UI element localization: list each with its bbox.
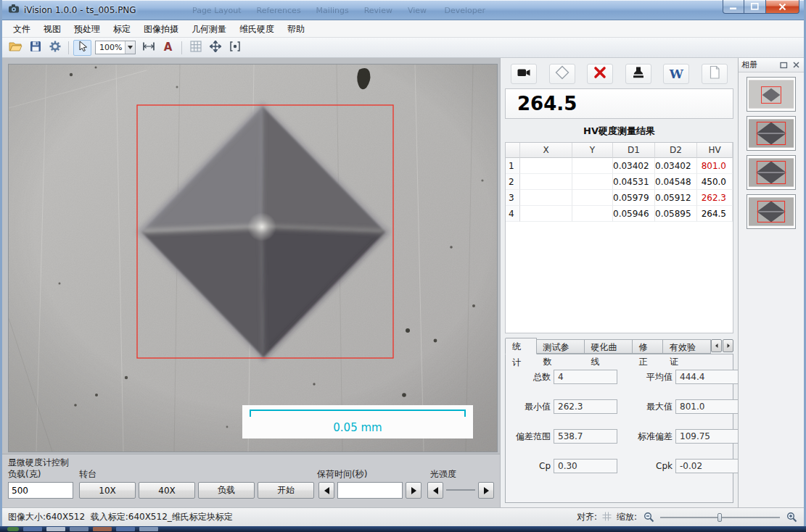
new-document-button[interactable]	[702, 64, 728, 84]
zoom-in-button[interactable]	[785, 511, 798, 524]
stat-total-value: 4	[554, 370, 617, 384]
taskbar-item[interactable]	[139, 527, 158, 531]
tab-scroll-right-button[interactable]	[723, 339, 733, 352]
menu-item-vickers-hardness[interactable]: 维氏硬度	[233, 22, 281, 36]
taskbar-item[interactable]	[93, 527, 112, 531]
tab-statistics[interactable]: 统计	[505, 338, 537, 354]
titlebar[interactable]: iVision 1.0.0 - ts_005.PNG Page Layout R…	[2, 0, 804, 20]
light-slider[interactable]	[446, 489, 475, 491]
app-window: iVision 1.0.0 - ts_005.PNG Page Layout R…	[0, 0, 806, 532]
minimize-button[interactable]	[723, 0, 744, 14]
capture-region-button[interactable]	[226, 40, 244, 56]
toolbar-separator	[181, 41, 182, 54]
scale-bar: 0.05 mm	[242, 405, 473, 439]
light-increase-button[interactable]	[478, 482, 494, 499]
export-word-button[interactable]: W	[663, 64, 689, 84]
arrow-left-icon	[324, 487, 329, 494]
close-button[interactable]	[766, 0, 799, 14]
stat-row: 偏差范围 538.7 标准偏差 109.75	[509, 429, 733, 444]
album-close-button[interactable]	[791, 60, 801, 70]
diamond-measure-button[interactable]	[549, 64, 575, 84]
delete-button[interactable]	[587, 64, 613, 84]
stat-label-average: 平均值	[620, 371, 673, 383]
measure-tool-button[interactable]	[139, 40, 157, 56]
tab-correction[interactable]: 修正	[633, 339, 664, 354]
current-hardness-value: 264.5	[505, 88, 733, 119]
tab-validation[interactable]: 有效验证	[663, 339, 711, 354]
album-float-button[interactable]	[778, 60, 789, 70]
taskbar-item[interactable]	[46, 527, 65, 531]
menu-item-image-capture[interactable]: 图像拍摄	[137, 22, 185, 36]
album-thumbnail[interactable]	[747, 194, 796, 229]
menu-item-view[interactable]: 视图	[37, 22, 67, 36]
tab-scroll-buttons	[711, 339, 733, 354]
load-input[interactable]	[8, 482, 73, 499]
text-tool-button[interactable]: A	[159, 40, 177, 56]
cell-d1: 0.04531	[613, 174, 655, 190]
dwell-increase-button[interactable]	[406, 482, 421, 499]
windows-taskbar[interactable]	[0, 526, 806, 532]
stamp-button[interactable]	[625, 64, 651, 84]
stamp-icon	[631, 65, 646, 83]
pointer-tool-button[interactable]	[73, 40, 91, 56]
maximize-button[interactable]	[744, 0, 766, 14]
delete-x-icon	[593, 65, 607, 83]
tab-scroll-left-button[interactable]	[711, 339, 722, 352]
column-header-y: Y	[572, 143, 613, 158]
settings-button[interactable]	[46, 40, 64, 56]
arrow-left-icon	[433, 487, 438, 494]
dwell-input[interactable]	[337, 482, 403, 499]
taskbar-item[interactable]	[116, 527, 135, 531]
cell-x	[520, 190, 572, 206]
light-decrease-button[interactable]	[427, 482, 443, 499]
turret-40x-button[interactable]: 40X	[139, 482, 195, 499]
zoom-select[interactable]: 100%	[95, 41, 136, 54]
move-tool-button[interactable]	[206, 40, 224, 56]
table-row[interactable]: 2 0.04531 0.04548 450.0	[506, 174, 733, 190]
window-title: iVision 1.0.0 - ts_005.PNG	[24, 5, 136, 15]
table-row[interactable]: 4 0.05946 0.05895 264.5	[506, 206, 733, 222]
chevron-down-icon[interactable]	[125, 41, 135, 54]
album-thumbnail[interactable]	[747, 77, 796, 112]
album-thumbnail[interactable]	[747, 116, 796, 151]
start-button[interactable]	[7, 527, 19, 531]
align-grid-icon[interactable]	[602, 512, 612, 523]
tab-hardening-curve[interactable]: 硬化曲线	[585, 339, 633, 354]
zoom-slider-handle[interactable]	[717, 513, 722, 522]
stat-min-value: 262.3	[554, 399, 617, 414]
table-row[interactable]: 1 0.03402 0.03402 801.0	[506, 158, 733, 174]
album-thumbnail[interactable]	[747, 155, 796, 190]
grid-toggle-button[interactable]	[186, 40, 205, 56]
table-row[interactable]: 3 0.05979 0.05912 262.3	[506, 190, 733, 206]
menu-item-file[interactable]: 文件	[7, 22, 37, 36]
column-header-index	[506, 143, 520, 158]
camera-button[interactable]	[511, 64, 537, 84]
menu-item-help[interactable]: 帮助	[281, 22, 311, 36]
dwell-decrease-button[interactable]	[318, 482, 334, 499]
statistics-pane: 总数 4 平均值 444.4 最小值 262.3 最大值 801.0 偏差范围 …	[505, 354, 733, 503]
tab-test-params[interactable]: 测试参数	[537, 339, 585, 354]
letter-a-icon: A	[164, 42, 173, 53]
taskbar-item[interactable]	[23, 527, 42, 531]
caliper-icon	[142, 41, 155, 55]
start-button[interactable]: 开始	[258, 482, 314, 499]
control-panel-title: 显微硬度计控制	[8, 457, 69, 469]
row-index: 3	[506, 190, 520, 206]
stat-label-total: 总数	[509, 371, 551, 383]
zoom-out-button[interactable]	[642, 511, 655, 524]
save-button[interactable]	[26, 40, 44, 56]
zoom-slider[interactable]	[660, 512, 780, 523]
image-viewport[interactable]: 0.05 mm	[8, 64, 498, 452]
menu-item-geometry-measure[interactable]: 几何测量	[185, 22, 233, 36]
menu-item-preprocess[interactable]: 预处理	[67, 22, 107, 36]
cell-d2: 0.05912	[655, 190, 697, 206]
window-controls	[723, 0, 799, 14]
load-apply-button[interactable]: 负载	[198, 482, 255, 499]
cell-d1: 0.05979	[613, 190, 655, 206]
turret-10x-button[interactable]: 10X	[79, 482, 136, 499]
microscope-image[interactable]: 0.05 mm	[9, 65, 497, 452]
taskbar-item[interactable]	[70, 527, 89, 531]
menu-item-calibration[interactable]: 标定	[107, 22, 137, 36]
open-file-button[interactable]	[7, 40, 25, 56]
results-table[interactable]: X Y D1 D2 HV 1 0.03402 0.03402 801.0 2	[505, 142, 733, 333]
